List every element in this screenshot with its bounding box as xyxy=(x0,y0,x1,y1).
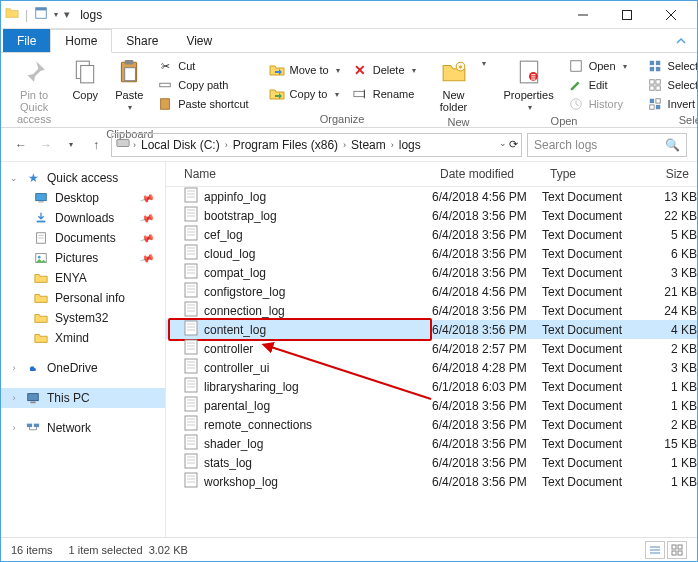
history-button[interactable]: History xyxy=(564,95,631,113)
back-button[interactable]: ← xyxy=(11,135,31,155)
breadcrumb[interactable]: Steam xyxy=(348,138,389,152)
documents-icon xyxy=(33,230,49,246)
file-row[interactable]: content_log6/4/2018 3:56 PMText Document… xyxy=(166,320,697,339)
breadcrumb[interactable]: Local Disk (C:) xyxy=(138,138,223,152)
file-row[interactable]: workshop_log6/4/2018 3:56 PMText Documen… xyxy=(166,472,697,491)
file-row[interactable]: appinfo_log6/4/2018 4:56 PMText Document… xyxy=(166,187,697,206)
col-type[interactable]: Type xyxy=(542,162,642,186)
invert-selection-button[interactable]: Invert selection xyxy=(643,95,698,113)
group-open: Properties▾ Open▾ Edit History Open xyxy=(492,53,637,127)
new-item-dropdown[interactable]: ▾ xyxy=(482,59,486,68)
open-icon xyxy=(568,58,584,74)
minimize-button[interactable] xyxy=(561,1,605,29)
sidebar-this-pc[interactable]: › This PC xyxy=(1,388,165,408)
copy-button[interactable]: Copy xyxy=(65,55,105,103)
delete-button[interactable]: ✕Delete▾ xyxy=(348,61,420,79)
svg-rect-77 xyxy=(185,321,197,335)
svg-rect-69 xyxy=(185,283,197,297)
svg-point-44 xyxy=(38,256,41,259)
file-row[interactable]: controller_ui6/4/2018 4:28 PMText Docume… xyxy=(166,358,697,377)
sidebar-item[interactable]: Downloads📌 xyxy=(1,208,165,228)
rename-button[interactable]: Rename xyxy=(348,85,420,103)
new-folder-icon: ✶ xyxy=(438,57,470,87)
sidebar-network[interactable]: › Network xyxy=(1,418,165,438)
cut-button[interactable]: ✂Cut xyxy=(153,57,252,75)
addr-dropdown[interactable]: ⌄ xyxy=(499,138,507,151)
star-icon: ★ xyxy=(25,170,41,186)
qat-dropdown[interactable]: ▾ xyxy=(54,10,58,19)
file-list: Name Date modified Type Size appinfo_log… xyxy=(166,162,697,537)
tab-view[interactable]: View xyxy=(172,29,226,52)
sidebar-item[interactable]: Xmind xyxy=(1,328,165,348)
pictures-icon xyxy=(33,250,49,266)
qat-properties-icon[interactable] xyxy=(34,6,48,23)
file-row[interactable]: compat_log6/4/2018 3:56 PMText Document3… xyxy=(166,263,697,282)
properties-button[interactable]: Properties▾ xyxy=(498,55,560,114)
forward-button[interactable]: → xyxy=(36,135,56,155)
group-new: ✶ New folder ▾ New xyxy=(426,53,492,127)
window-title: logs xyxy=(80,8,561,22)
copy-to-button[interactable]: Copy to▾ xyxy=(265,85,344,103)
col-name[interactable]: Name xyxy=(166,162,432,186)
sidebar-item[interactable]: Personal info xyxy=(1,288,165,308)
collapse-ribbon-button[interactable] xyxy=(665,29,697,52)
close-button[interactable] xyxy=(649,1,693,29)
svg-rect-48 xyxy=(34,424,39,428)
up-button[interactable]: ↑ xyxy=(86,135,106,155)
search-icon: 🔍 xyxy=(665,138,680,152)
sidebar-item[interactable]: Documents📌 xyxy=(1,228,165,248)
tab-share[interactable]: Share xyxy=(112,29,172,52)
copy-path-button[interactable]: Copy path xyxy=(153,76,252,94)
file-row[interactable]: bootstrap_log6/4/2018 3:56 PMText Docume… xyxy=(166,206,697,225)
recent-dropdown[interactable]: ▾ xyxy=(61,135,81,155)
svg-rect-36 xyxy=(117,140,129,147)
file-row[interactable]: shader_log6/4/2018 3:56 PMText Document1… xyxy=(166,434,697,453)
select-none-button[interactable]: Select none xyxy=(643,76,698,94)
qat-overflow[interactable]: ▾ xyxy=(64,8,70,21)
text-file-icon xyxy=(184,263,198,282)
ribbon-tabs: File Home Share View xyxy=(1,29,697,53)
edit-button[interactable]: Edit xyxy=(564,76,631,94)
file-row[interactable]: cef_log6/4/2018 3:56 PMText Document5 KB xyxy=(166,225,697,244)
file-row[interactable]: stats_log6/4/2018 3:56 PMText Document1 … xyxy=(166,453,697,472)
sidebar-quick-access[interactable]: ⌄★ Quick access xyxy=(1,168,165,188)
tab-home[interactable]: Home xyxy=(50,29,112,53)
breadcrumb[interactable]: Program Files (x86) xyxy=(230,138,341,152)
paste-button[interactable]: Paste▾ xyxy=(109,55,149,114)
text-file-icon xyxy=(184,415,198,434)
select-all-button[interactable]: Select all xyxy=(643,57,698,75)
file-row[interactable]: remote_connections6/4/2018 3:56 PMText D… xyxy=(166,415,697,434)
tab-file[interactable]: File xyxy=(3,29,50,52)
maximize-button[interactable] xyxy=(605,1,649,29)
address-bar[interactable]: › Local Disk (C:)› Program Files (x86)› … xyxy=(111,133,522,157)
search-input[interactable]: Search logs 🔍 xyxy=(527,133,687,157)
svg-rect-81 xyxy=(185,340,197,354)
breadcrumb[interactable]: logs xyxy=(396,138,424,152)
file-row[interactable]: parental_log6/4/2018 3:56 PMText Documen… xyxy=(166,396,697,415)
sidebar-item[interactable]: ENYA xyxy=(1,268,165,288)
sidebar-onedrive[interactable]: › OneDrive xyxy=(1,358,165,378)
pin-icon: 📌 xyxy=(139,250,155,265)
file-row[interactable]: cloud_log6/4/2018 3:56 PMText Document6 … xyxy=(166,244,697,263)
svg-rect-47 xyxy=(27,424,32,428)
sidebar-item[interactable]: Pictures📌 xyxy=(1,248,165,268)
sidebar-item[interactable]: System32 xyxy=(1,308,165,328)
col-size[interactable]: Size xyxy=(642,162,697,186)
paste-shortcut-button[interactable]: Paste shortcut xyxy=(153,95,252,113)
view-details-button[interactable] xyxy=(645,541,665,559)
history-icon xyxy=(568,96,584,112)
view-icons-button[interactable] xyxy=(667,541,687,559)
col-date[interactable]: Date modified xyxy=(432,162,542,186)
open-button[interactable]: Open▾ xyxy=(564,57,631,75)
svg-rect-35 xyxy=(655,105,659,109)
sidebar: ⌄★ Quick access Desktop📌Downloads📌Docume… xyxy=(1,162,166,537)
file-row[interactable]: configstore_log6/4/2018 4:56 PMText Docu… xyxy=(166,282,697,301)
refresh-button[interactable]: ⟳ xyxy=(509,138,518,151)
file-row[interactable]: librarysharing_log6/1/2018 6:03 PMText D… xyxy=(166,377,697,396)
new-folder-button[interactable]: ✶ New folder xyxy=(432,55,476,115)
move-to-button[interactable]: Move to▾ xyxy=(265,61,344,79)
sidebar-item[interactable]: Desktop📌 xyxy=(1,188,165,208)
svg-rect-97 xyxy=(185,416,197,430)
file-row[interactable]: controller6/4/2018 2:57 PMText Document2… xyxy=(166,339,697,358)
pin-to-quick-access-button[interactable]: Pin to Quick access xyxy=(7,55,61,127)
